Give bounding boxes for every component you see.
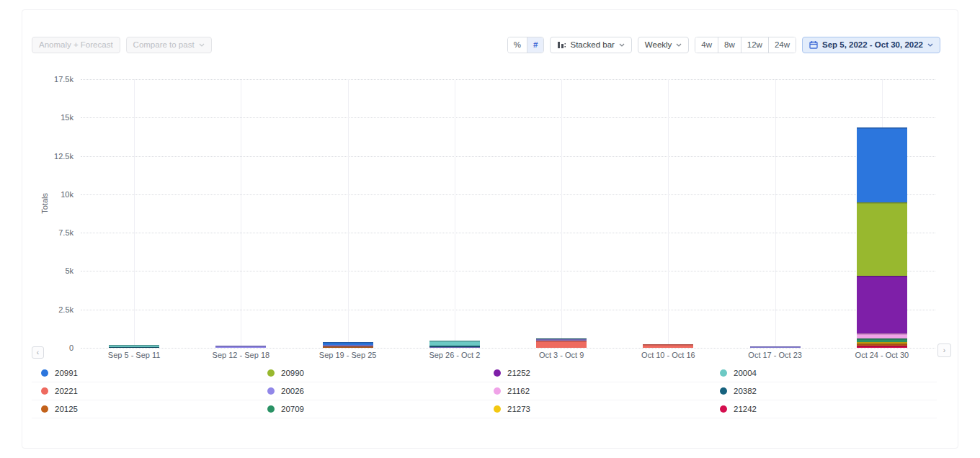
legend-item-20221[interactable]: 20221 — [32, 382, 258, 400]
chevron-down-icon — [676, 43, 682, 47]
stacked-bar-oct-24-oct-30[interactable] — [857, 127, 907, 348]
gridline — [81, 271, 935, 271]
legend-item-20026[interactable]: 20026 — [258, 382, 484, 400]
legend-label: 20026 — [281, 387, 304, 395]
legend-label: 21162 — [507, 387, 530, 395]
vertical-gridline — [775, 79, 776, 348]
stacked-bar-sep-12-sep-18[interactable] — [215, 346, 266, 348]
legend-dot-icon — [494, 387, 501, 395]
legend-label: 20709 — [281, 405, 304, 413]
chevron-down-icon — [619, 43, 625, 47]
chart-type-dropdown[interactable]: Stacked bar — [550, 37, 631, 53]
scroll-left-button[interactable]: ‹ — [32, 346, 44, 359]
bar-segment-20004[interactable] — [429, 341, 480, 346]
bar-segment-20990[interactable] — [857, 202, 907, 276]
y-tick-label: 7.5k — [22, 228, 74, 237]
legend-label: 20004 — [734, 369, 757, 377]
legend-item-20125[interactable]: 20125 — [32, 400, 258, 418]
legend-item-21242[interactable]: 21242 — [710, 400, 937, 418]
range-button-24w[interactable]: 24w — [768, 37, 796, 53]
y-tick-label: 5k — [22, 266, 74, 275]
range-button-12w[interactable]: 12w — [741, 37, 768, 53]
date-range-label: Sep 5, 2022 - Oct 30, 2022 — [822, 40, 923, 49]
legend: 2099120221201252099020026207092125221162… — [32, 364, 937, 418]
plot-area — [81, 79, 935, 348]
chevron-down-icon — [199, 43, 205, 47]
scroll-right-button[interactable]: › — [937, 344, 951, 357]
percent-toggle-button[interactable]: % — [508, 37, 527, 53]
legend-item-20991[interactable]: 20991 — [32, 364, 258, 382]
gridline — [81, 233, 935, 233]
legend-item-20382[interactable]: 20382 — [710, 382, 937, 400]
x-tick-label: Oct 24 - Oct 30 — [855, 351, 909, 359]
stacked-bar-oct-3-oct-9[interactable] — [536, 338, 587, 348]
count-toggle-button[interactable]: # — [527, 37, 543, 53]
x-tick-label: Sep 19 - Sep 25 — [319, 351, 377, 359]
unit-toggle: % # — [507, 37, 545, 53]
granularity-label: Weekly — [645, 40, 672, 49]
bar-segment-20221[interactable] — [643, 344, 693, 348]
bar-segment-20026[interactable] — [215, 346, 266, 348]
vertical-gridline — [455, 79, 455, 348]
gridline — [81, 310, 935, 310]
legend-dot-icon — [494, 369, 501, 377]
legend-dot-icon — [267, 405, 275, 413]
range-button-8w[interactable]: 8w — [718, 37, 741, 53]
legend-label: 20382 — [734, 387, 757, 395]
legend-dot-icon — [720, 405, 727, 413]
gridline — [81, 348, 935, 349]
date-range-button[interactable]: Sep 5, 2022 - Oct 30, 2022 — [802, 37, 940, 53]
legend-dot-icon — [720, 369, 727, 377]
y-tick-label: 17.5k — [22, 75, 74, 84]
legend-item-20990[interactable]: 20990 — [258, 364, 484, 382]
range-button-4w[interactable]: 4w — [695, 37, 718, 53]
toolbar-right: % # Stacked bar Weekly 4w8w12w24w — [507, 37, 940, 53]
x-tick-label: Sep 12 - Sep 18 — [213, 351, 270, 359]
legend-item-21252[interactable]: 21252 — [484, 364, 710, 382]
y-tick-label: 10k — [22, 190, 74, 199]
gridline — [81, 194, 935, 195]
legend-label: 20991 — [55, 369, 78, 377]
bar-segment-20026[interactable] — [429, 347, 480, 349]
legend-dot-icon — [41, 405, 48, 413]
bar-segment-20991[interactable] — [857, 127, 907, 202]
bar-segment-20221[interactable] — [536, 341, 587, 348]
legend-dot-icon — [267, 369, 275, 377]
stacked-bar-sep-26-oct-2[interactable] — [429, 341, 480, 348]
legend-dot-icon — [494, 405, 501, 413]
stacked-bar-sep-5-sep-11[interactable] — [109, 345, 159, 348]
gridline — [81, 156, 935, 157]
y-tick-label: 12.5k — [22, 152, 74, 161]
bar-segment-20125[interactable] — [323, 346, 373, 348]
legend-item-21273[interactable]: 21273 — [484, 400, 710, 418]
legend-dot-icon — [41, 369, 48, 377]
bar-segment-21242[interactable] — [857, 346, 907, 348]
legend-item-21162[interactable]: 21162 — [484, 382, 710, 400]
chart-widget: Anomaly + Forecast Compare to past % # S… — [0, 0, 980, 458]
legend-item-20004[interactable]: 20004 — [710, 364, 937, 382]
legend-item-20709[interactable]: 20709 — [258, 400, 484, 418]
legend-dot-icon — [720, 387, 727, 395]
gridline — [81, 79, 935, 80]
x-tick-label: Oct 3 - Oct 9 — [539, 351, 584, 359]
range-group: 4w8w12w24w — [695, 37, 796, 53]
legend-label: 21273 — [507, 405, 530, 413]
stacked-bar-oct-17-oct-23[interactable] — [750, 346, 801, 348]
y-tick-label: 0 — [22, 344, 74, 352]
x-tick-label: Oct 17 - Oct 23 — [748, 351, 802, 359]
anomaly-forecast-button[interactable]: Anomaly + Forecast — [32, 37, 120, 53]
compare-to-past-dropdown[interactable]: Compare to past — [126, 37, 212, 53]
y-tick-label: 15k — [22, 113, 74, 122]
toolbar: Anomaly + Forecast Compare to past % # S… — [32, 36, 940, 53]
legend-dot-icon — [41, 387, 48, 395]
x-tick-label: Sep 26 - Oct 2 — [429, 351, 480, 359]
gridline — [81, 117, 935, 118]
bar-segment-20026[interactable] — [750, 346, 801, 348]
stacked-bar-oct-10-oct-16[interactable] — [643, 344, 693, 348]
granularity-dropdown[interactable]: Weekly — [638, 37, 690, 53]
vertical-gridline — [348, 79, 349, 348]
chart-type-label: Stacked bar — [570, 40, 614, 49]
bar-segment-20382[interactable] — [109, 347, 159, 349]
stacked-bar-sep-19-sep-25[interactable] — [323, 342, 373, 348]
bar-segment-21252[interactable] — [857, 276, 907, 333]
